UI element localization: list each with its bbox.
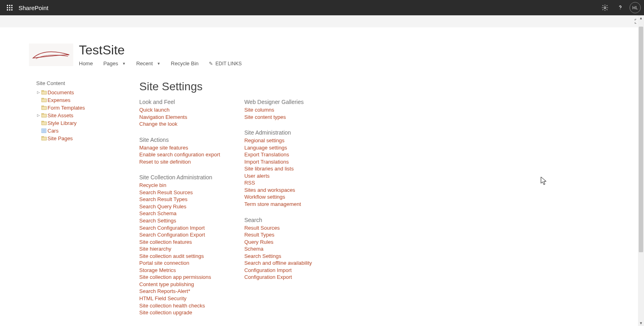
chevron-down-icon: ▼ [157,62,161,66]
settings-link[interactable]: Import Translations [244,158,312,166]
edit-links-button[interactable]: ✎ EDIT LINKS [209,61,242,66]
settings-link[interactable]: Site collection app permissions [139,274,220,281]
tree-item: Style Library [36,119,130,127]
help-icon[interactable] [614,2,626,14]
settings-link[interactable]: Language settings [244,144,312,152]
settings-link[interactable]: Term store management [244,201,312,208]
settings-link[interactable]: Search Configuration Export [139,231,220,239]
site-title[interactable]: TestSite [79,44,242,56]
settings-link[interactable]: Site collection audit settings [139,253,220,260]
expand-icon[interactable]: ▷ [36,113,40,117]
pencil-icon: ✎ [209,61,213,66]
main-content: Site Settings Look and FeelQuick launchN… [130,80,644,326]
group-heading: Site Administration [244,129,312,136]
site-logo[interactable] [29,44,73,66]
settings-link[interactable]: Regional settings [244,137,312,144]
settings-link[interactable]: Storage Metrics [139,267,220,274]
group-heading: Search [244,217,312,223]
settings-link[interactable]: Export Translations [244,151,312,158]
nav-recent[interactable]: Recent ▼ [136,60,160,66]
settings-group: SearchResult SourcesResult TypesQuery Ru… [244,217,312,281]
settings-link[interactable]: Recycle bin [139,182,220,189]
settings-link[interactable]: Search Schema [139,210,220,217]
svg-rect-12 [41,90,43,91]
tree-link[interactable]: Site Pages [47,135,73,141]
app-launcher-icon[interactable] [3,1,16,14]
settings-link[interactable]: Search Reports-Alert* [139,288,220,295]
title-block: TestSite Home Pages ▼ Recent ▼ Recycle B… [79,44,242,66]
settings-link[interactable]: Search Settings [139,217,220,224]
settings-link[interactable]: Configuration Import [244,267,312,274]
settings-link[interactable]: Change the look [139,120,220,128]
settings-link[interactable]: Search Settings [244,253,312,260]
tree-item: Site Pages [36,135,130,142]
svg-rect-4 [9,7,10,8]
settings-link[interactable]: Site collection upgrade [139,309,220,316]
tree-item: Cars [36,127,130,134]
settings-link[interactable]: Workflow settings [244,193,312,201]
gear-icon[interactable] [599,2,611,14]
settings-link[interactable]: Navigation Elements [139,114,220,121]
suite-brand[interactable]: SharePoint [19,4,48,11]
settings-link[interactable]: Configuration Export [244,274,312,281]
settings-link[interactable]: Manage site features [139,144,220,152]
settings-link[interactable]: HTML Field Security [139,295,220,302]
nav-pages-label: Pages [103,60,118,66]
settings-link[interactable]: Search Result Sources [139,189,220,196]
group-heading: Web Designer Galleries [244,99,312,105]
settings-link[interactable]: Search Configuration Import [139,224,220,232]
scroll-down-icon[interactable]: ▼ [638,320,644,326]
tree-link[interactable]: Cars [47,128,58,134]
folder-icon [41,136,47,141]
tree-link[interactable]: Site Assets [47,112,73,118]
nav-home[interactable]: Home [79,60,93,66]
scroll-thumb[interactable] [639,27,643,252]
nav-recycle-bin[interactable]: Recycle Bin [171,60,199,66]
settings-link[interactable]: Site hierarchy [139,245,220,253]
settings-link[interactable]: Portal site connection [139,260,220,267]
settings-link[interactable]: Result Types [244,231,312,239]
settings-link[interactable]: Result Sources [244,224,312,232]
settings-link[interactable]: Site content types [244,114,312,121]
settings-link[interactable]: Enable search configuration export [139,151,220,158]
svg-rect-15 [41,106,46,110]
settings-link[interactable]: RSS [244,179,312,187]
tree-link[interactable]: Documents [47,89,74,96]
settings-link[interactable]: Quick launch [139,106,220,114]
settings-link[interactable]: Query Rules [244,239,312,246]
svg-rect-17 [41,114,46,117]
site-content-tree: ▷DocumentsExpensesForm Templates▷Site As… [36,89,130,142]
suite-right: HL [599,2,641,14]
settings-link[interactable]: Reset to site definition [139,158,220,166]
settings-link[interactable]: Search and offline availability [244,260,312,267]
folder-icon [41,113,47,118]
settings-group: Site AdministrationRegional settingsLang… [244,129,312,208]
tree-link[interactable]: Style Library [47,120,76,126]
page-title: Site Settings [139,80,644,93]
group-heading: Site Collection Administration [139,174,220,181]
svg-rect-19 [41,122,46,125]
settings-link[interactable]: Schema [244,245,312,253]
settings-link[interactable]: Site libraries and lists [244,165,312,172]
settings-link[interactable]: Search Result Types [139,196,220,203]
settings-link[interactable]: Sites and workspaces [244,187,312,194]
settings-link[interactable]: Search Query Rules [139,203,220,210]
tree-link[interactable]: Form Templates [47,105,85,111]
tree-link[interactable]: Expenses [47,97,70,103]
settings-link[interactable]: Content type publishing [139,281,220,288]
tree-item: ▷Site Assets [36,112,130,119]
settings-link[interactable]: Site collection health checks [139,302,220,309]
settings-link[interactable]: Site collection features [139,239,220,246]
nav-pages[interactable]: Pages ▼ [103,60,126,66]
settings-group: Web Designer GalleriesSite columnsSite c… [244,99,312,120]
expand-icon[interactable]: ▷ [36,90,40,94]
settings-link[interactable]: User alerts [244,172,312,180]
settings-link[interactable]: Site columns [244,106,312,114]
nav-recent-label: Recent [136,60,153,66]
scroll-up-icon[interactable]: ▲ [638,15,644,21]
vertical-scrollbar[interactable]: ▲ ▼ [638,15,644,326]
list-icon [41,128,47,133]
avatar[interactable]: HL [630,2,641,13]
chevron-down-icon: ▼ [122,62,126,66]
group-heading: Site Actions [139,137,220,143]
